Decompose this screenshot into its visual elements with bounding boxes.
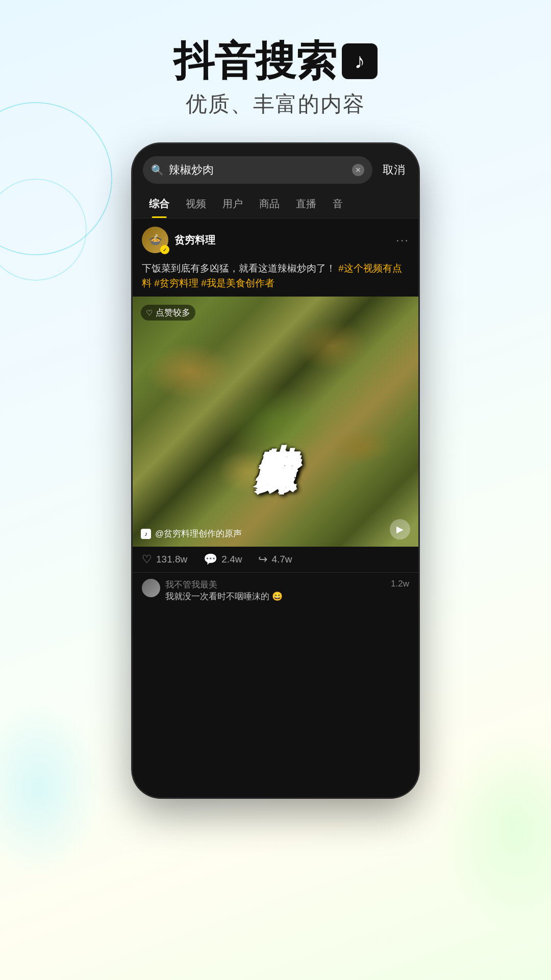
like-icon: ♡ bbox=[142, 553, 152, 566]
comment-button[interactable]: 💬 2.4w bbox=[204, 553, 242, 566]
heart-icon: ♡ bbox=[146, 308, 153, 317]
tab-综合[interactable]: 综合 bbox=[141, 190, 178, 218]
share-button[interactable]: ↪ 4.7w bbox=[258, 553, 292, 566]
author-avatar-wrap: 🍲 ✓ bbox=[142, 227, 168, 253]
search-icon: 🔍 bbox=[151, 164, 164, 176]
clear-search-button[interactable]: ✕ bbox=[352, 164, 364, 176]
phone-inner: 🔍 辣椒炒肉 ✕ 取消 综合 视频 用户 bbox=[133, 144, 418, 797]
tiktok-small-icon: ♪ bbox=[141, 529, 151, 539]
clear-icon-symbol: ✕ bbox=[355, 166, 361, 174]
comment-like-count: 1.2w bbox=[391, 579, 409, 589]
avatar-icon: 🍲 bbox=[148, 233, 162, 247]
author-name[interactable]: 贫穷料理 bbox=[174, 233, 215, 247]
search-bar-area: 🔍 辣椒炒肉 ✕ 取消 bbox=[133, 144, 418, 190]
post-header: 🍲 ✓ 贫穷料理 ··· bbox=[133, 218, 418, 261]
like-count: 131.8w bbox=[156, 554, 187, 565]
comment-icon: 💬 bbox=[204, 553, 217, 566]
header-area: 抖音搜索 优质、丰富的内容 bbox=[0, 0, 551, 139]
comment-count: 2.4w bbox=[221, 554, 242, 565]
caption-main-text: 下饭菜到底有多凶猛，就看这道辣椒炒肉了！ bbox=[142, 263, 336, 274]
comment-text: 我就没一次看时不咽唾沫的 😄 bbox=[165, 591, 386, 602]
tab-音[interactable]: 音 bbox=[324, 190, 351, 218]
phone-mockup: 🔍 辣椒炒肉 ✕ 取消 综合 视频 用户 bbox=[133, 144, 418, 797]
search-query-text: 辣椒炒肉 bbox=[169, 162, 347, 178]
subtitle-text: 优质、丰富的内容 bbox=[0, 90, 551, 118]
video-title-text: 勇猛辣椒炒肉 bbox=[247, 416, 304, 427]
commenter-avatar bbox=[142, 579, 160, 597]
play-icon: ▶ bbox=[396, 524, 404, 535]
search-tabs: 综合 视频 用户 商品 直播 音 bbox=[133, 190, 418, 218]
commenter-name[interactable]: 我不管我最美 bbox=[165, 579, 386, 591]
more-options-icon[interactable]: ··· bbox=[396, 233, 409, 247]
comment-row-1: 我不管我最美 我就没一次看时不咽唾沫的 😄 1.2w bbox=[142, 579, 409, 602]
author-info: 🍲 ✓ 贫穷料理 bbox=[142, 227, 215, 253]
comment-content: 我不管我最美 我就没一次看时不咽唾沫的 😄 bbox=[165, 579, 386, 602]
search-input-wrap[interactable]: 🔍 辣椒炒肉 ✕ bbox=[143, 156, 372, 184]
video-text-overlay: 勇猛辣椒炒肉 bbox=[133, 297, 418, 547]
phone-container: 🔍 辣椒炒肉 ✕ 取消 综合 视频 用户 bbox=[0, 144, 551, 797]
play-button[interactable]: ▶ bbox=[390, 519, 410, 540]
hashtag-3[interactable]: #我是美食创作者 bbox=[201, 278, 274, 288]
main-title-container: 抖音搜索 bbox=[0, 41, 551, 82]
tab-直播[interactable]: 直播 bbox=[288, 190, 324, 218]
verified-badge: ✓ bbox=[160, 245, 169, 254]
like-button[interactable]: ♡ 131.8w bbox=[142, 553, 187, 566]
app-title-text: 抖音搜索 bbox=[173, 41, 337, 82]
interaction-bar: ♡ 131.8w 💬 2.4w ↪ 4.7w bbox=[133, 547, 418, 573]
video-popular-badge: ♡ 点赞较多 bbox=[141, 305, 195, 321]
sound-info-bar[interactable]: ♪ @贫穷料理创作的原声 bbox=[141, 528, 242, 540]
tab-商品[interactable]: 商品 bbox=[251, 190, 288, 218]
content-area: 🍲 ✓ 贫穷料理 ··· 下饭菜到底有多凶猛，就看这道辣椒炒肉了！ #这个视频有… bbox=[133, 218, 418, 797]
hashtag-2[interactable]: #贫穷料理 bbox=[154, 278, 198, 288]
comment-preview-area: 我不管我最美 我就没一次看时不咽唾沫的 😄 1.2w bbox=[133, 573, 418, 608]
sound-text: @贫穷料理创作的原声 bbox=[155, 528, 242, 540]
tab-用户[interactable]: 用户 bbox=[214, 190, 251, 218]
video-thumbnail[interactable]: 勇猛辣椒炒肉 ♡ 点赞较多 ♪ @贫穷料理创作的原声 ▶ bbox=[133, 297, 418, 547]
tiktok-icon bbox=[342, 43, 378, 79]
cancel-search-button[interactable]: 取消 bbox=[380, 160, 408, 180]
badge-text: 点赞较多 bbox=[156, 307, 190, 318]
share-count: 4.7w bbox=[271, 554, 292, 565]
tab-视频[interactable]: 视频 bbox=[178, 190, 214, 218]
share-icon: ↪ bbox=[258, 553, 267, 566]
post-caption: 下饭菜到底有多凶猛，就看这道辣椒炒肉了！ #这个视频有点料 #贫穷料理 #我是美… bbox=[133, 261, 418, 297]
